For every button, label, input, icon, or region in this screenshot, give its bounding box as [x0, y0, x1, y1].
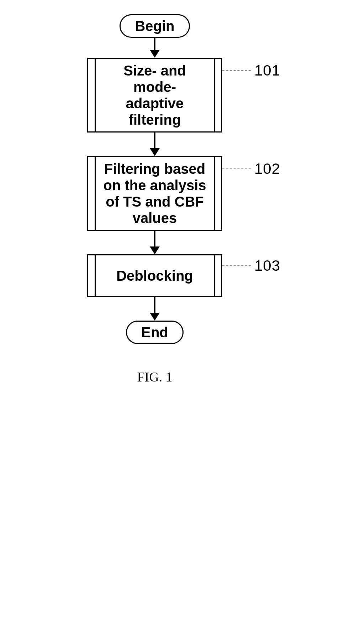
- row-step-3: Deblocking 103: [60, 254, 249, 297]
- step-3-text: Deblocking: [92, 268, 218, 284]
- step-1-text: Size- and mode-adaptive filtering: [92, 62, 218, 128]
- terminal-end: End: [126, 321, 184, 344]
- process-step-3: Deblocking: [87, 254, 222, 297]
- ref-103: 103: [254, 257, 280, 274]
- step-2-text: Filtering basedon the analysisof TS and …: [92, 161, 218, 226]
- flowchart: Begin Size- and mode-adaptive filtering …: [60, 14, 249, 344]
- leader-line: [222, 168, 251, 169]
- arrow-icon: [150, 133, 160, 156]
- figure-caption: FIG. 1: [60, 369, 249, 385]
- process-step-1: Size- and mode-adaptive filtering: [87, 58, 222, 133]
- leader-line: [222, 70, 251, 71]
- begin-label: Begin: [135, 18, 174, 34]
- arrow-icon: [150, 38, 160, 58]
- terminal-begin: Begin: [120, 14, 190, 38]
- arrow-icon: [150, 231, 160, 254]
- end-label: End: [141, 324, 168, 340]
- row-step-2: Filtering basedon the analysisof TS and …: [60, 156, 249, 231]
- row-step-1: Size- and mode-adaptive filtering 101: [60, 58, 249, 133]
- ref-102: 102: [254, 160, 280, 177]
- arrow-icon: [150, 297, 160, 321]
- process-step-2: Filtering basedon the analysisof TS and …: [87, 156, 222, 231]
- ref-101: 101: [254, 62, 280, 79]
- leader-line: [222, 265, 251, 266]
